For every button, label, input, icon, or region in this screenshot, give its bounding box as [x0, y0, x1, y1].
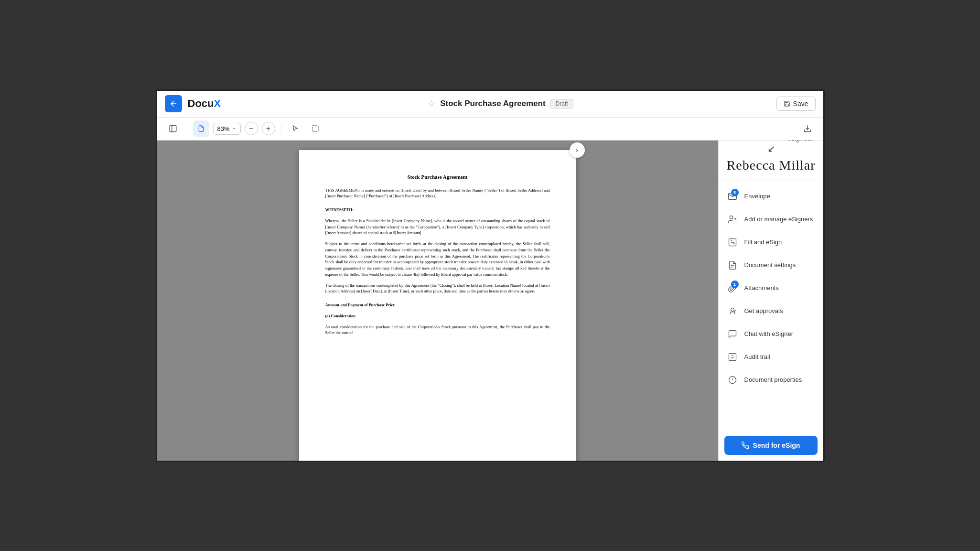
panel-item-get-approvals[interactable]: Get approvals [719, 300, 823, 323]
panel-item-attachments[interactable]: 1 Attachments [719, 277, 823, 300]
right-panel: eSign box ↙ Rebecca Millar 5 Envelope [718, 140, 823, 461]
document-witnesseth-title: WITNESSETH: [325, 207, 550, 213]
zoom-control[interactable]: 83% [213, 123, 241, 135]
selection-tool-button[interactable] [307, 120, 323, 137]
toolbar-divider-2 [281, 123, 281, 134]
document-para-1: THIS AGREEMENT is made and entered on [I… [325, 187, 550, 200]
main-content: › Stock Purchase Agreement THIS AGREEMEN… [157, 140, 823, 461]
attachments-label: Attachments [744, 284, 779, 292]
logo: DocuX [188, 97, 221, 110]
signature-area: Rebecca Millar [719, 150, 823, 181]
signature-text: Rebecca Millar [727, 158, 816, 173]
add-signers-icon [726, 213, 739, 226]
logo-text: Docu [188, 97, 214, 110]
esign-annotation-label: eSign box [788, 140, 813, 142]
download-button[interactable] [799, 120, 816, 137]
panel-item-add-signers[interactable]: Add or manage eSigners [719, 208, 823, 231]
chat-esigner-icon [726, 328, 739, 340]
page-view-button[interactable] [193, 120, 209, 137]
document-para-5: As total consideration for the purchase … [325, 324, 550, 336]
send-btn-label: Send for eSign [753, 442, 800, 449]
svg-point-12 [731, 308, 734, 311]
document-amount-title: Amount and Payment of Purchase Price [325, 302, 550, 308]
doc-properties-icon [726, 374, 739, 386]
sidebar-toggle-button[interactable] [165, 120, 181, 137]
draft-badge: Draft [550, 99, 573, 108]
top-bar-right: Save [776, 97, 816, 111]
envelope-icon: 5 [726, 190, 739, 203]
attachments-badge: 1 [731, 281, 739, 288]
svg-rect-0 [170, 125, 176, 132]
toolbar: 83% − + [157, 118, 823, 140]
envelope-badge: 5 [731, 189, 739, 196]
svg-rect-13 [729, 353, 736, 360]
back-button[interactable] [165, 95, 182, 112]
panel-item-doc-settings[interactable]: Document settings [719, 254, 823, 277]
favorite-icon[interactable]: ☆ [428, 98, 435, 109]
audit-trail-icon [726, 351, 739, 363]
cursor-tool-button[interactable] [287, 120, 303, 137]
collapse-panel-button[interactable]: › [570, 142, 585, 158]
audit-trail-label: Audit trail [744, 353, 770, 360]
add-signers-label: Add or manage eSigners [744, 216, 813, 223]
toolbar-divider-1 [187, 123, 187, 134]
panel-item-envelope[interactable]: 5 Envelope [719, 185, 823, 208]
app-window: DocuX ☆ Stock Purchase Agreement Draft S… [156, 89, 825, 462]
panel-menu: 5 Envelope Add or manage eSigners [719, 181, 823, 430]
doc-properties-label: Document properties [744, 376, 802, 383]
fill-esign-label: Fill and eSign [744, 238, 782, 246]
document-para-3: Subject to the terms and conditions here… [325, 241, 550, 278]
get-approvals-icon [726, 305, 739, 317]
zoom-value: 83% [217, 125, 230, 132]
chat-esigner-label: Chat with eSigner [744, 330, 794, 337]
panel-item-chat-esigner[interactable]: Chat with eSigner [719, 323, 823, 346]
esign-annotation-area: eSign box ↙ [719, 140, 823, 150]
arrow-icon: ↙ [767, 143, 775, 154]
svg-rect-2 [312, 126, 318, 131]
document-para-2: Whereas, the Seller is a Stockholder in … [325, 218, 550, 236]
document-page: Stock Purchase Agreement THIS AGREEMENT … [299, 150, 576, 461]
panel-item-audit-trail[interactable]: Audit trail [719, 346, 823, 368]
zoom-in-button[interactable]: + [262, 122, 275, 135]
zoom-out-button[interactable]: − [245, 122, 258, 135]
fill-esign-icon [726, 236, 739, 248]
document-area: › Stock Purchase Agreement THIS AGREEMEN… [157, 140, 718, 461]
svg-point-4 [730, 216, 733, 219]
logo-x: X [214, 97, 221, 110]
envelope-label: Envelope [744, 193, 770, 200]
save-label: Save [793, 100, 808, 108]
doc-settings-label: Document settings [744, 261, 796, 269]
top-bar-center: ☆ Stock Purchase Agreement Draft [230, 98, 770, 109]
panel-item-doc-properties[interactable]: Document properties [719, 368, 823, 391]
attachments-icon: 1 [726, 282, 739, 294]
document-para-4: The closing of the transactions contempl… [325, 282, 550, 295]
top-bar: DocuX ☆ Stock Purchase Agreement Draft S… [157, 91, 823, 118]
document-title: Stock Purchase Agreement [440, 99, 545, 108]
panel-item-fill-esign[interactable]: Fill and eSign [719, 231, 823, 254]
doc-settings-icon [726, 259, 739, 271]
get-approvals-label: Get approvals [744, 307, 783, 314]
save-button[interactable]: Save [776, 97, 816, 111]
document-page-title: Stock Purchase Agreement [325, 174, 550, 180]
document-consideration-title: (a) Consideration [325, 313, 550, 319]
send-for-esign-button[interactable]: Send for eSign [724, 436, 818, 455]
